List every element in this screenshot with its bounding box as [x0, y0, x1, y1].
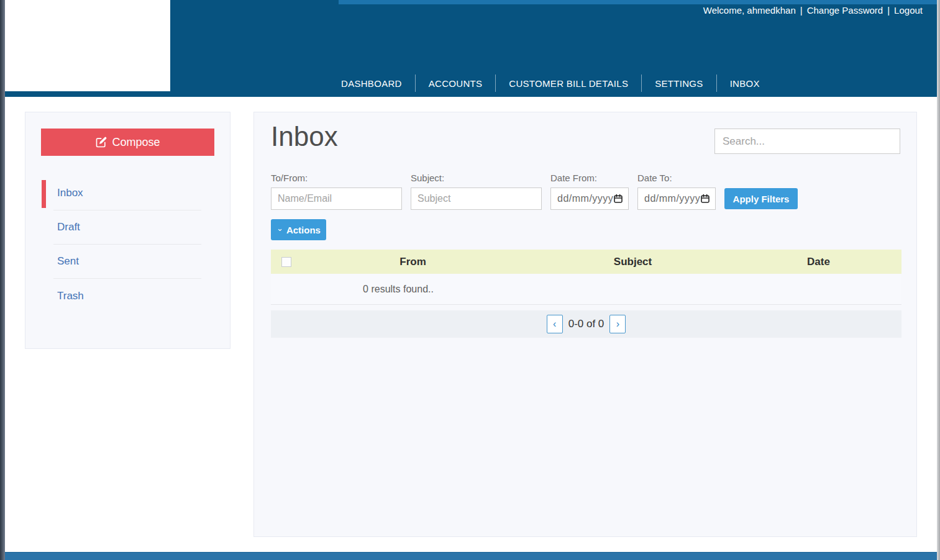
user-bar: Welcome, ahmedkhan | Change Password | L… [703, 5, 923, 16]
filter-date-to: Date To: dd/mm/yyyy [637, 173, 716, 210]
compose-button[interactable]: Compose [41, 129, 214, 156]
welcome-text: Welcome, ahmedkhan [703, 5, 796, 16]
filter-row: To/From: Subject: Date From: dd/mm/yyyy … [271, 173, 798, 210]
calendar-icon[interactable] [613, 194, 623, 204]
calendar-icon[interactable] [700, 194, 710, 204]
select-all-checkbox[interactable] [281, 257, 291, 267]
sidebar-item-inbox[interactable]: Inbox [53, 176, 201, 210]
header: Welcome, ahmedkhan | Change Password | L… [0, 0, 940, 97]
logo-placeholder [5, 0, 170, 91]
table-header-row: From Subject Date [271, 250, 901, 274]
column-header-subject: Subject [530, 256, 736, 268]
window-right-edge [937, 0, 940, 560]
user-bar-separator: | [887, 5, 890, 16]
main-nav: DASHBOARD ACCOUNTS CUSTOMER BILL DETAILS… [328, 72, 773, 94]
nav-item-dashboard[interactable]: DASHBOARD [328, 78, 415, 89]
column-header-date: Date [736, 256, 901, 268]
apply-filters-button[interactable]: Apply Filters [724, 188, 798, 209]
next-page-button[interactable]: › [609, 315, 626, 333]
date-from-label: Date From: [550, 173, 629, 183]
compose-button-label: Compose [112, 136, 160, 149]
pagination-range-label: 0-0 of 0 [568, 318, 605, 330]
empty-results-message: 0 results found.. [271, 284, 526, 295]
nav-item-customer-bill-details[interactable]: CUSTOMER BILL DETAILS [496, 78, 641, 89]
inbox-table: From Subject Date 0 results found.. [271, 250, 901, 305]
actions-button-label: Actions [286, 225, 321, 235]
mail-folders: Inbox Draft Sent Trash [25, 176, 230, 313]
search-input[interactable] [714, 129, 900, 154]
user-bar-separator: | [800, 5, 803, 16]
mail-sidebar: Compose Inbox Draft Sent Trash [25, 112, 230, 349]
column-header-from: From [296, 256, 530, 268]
sidebar-item-label: Inbox [57, 187, 83, 199]
pen-to-square-icon [95, 136, 107, 148]
sidebar-item-label: Sent [57, 255, 79, 268]
chevron-right-icon: › [616, 318, 619, 330]
sidebar-item-draft[interactable]: Draft [53, 210, 201, 245]
date-to-label: Date To: [637, 173, 716, 183]
to-from-label: To/From: [271, 173, 402, 183]
subject-label: Subject: [411, 173, 542, 183]
date-from-value: dd/mm/yyyy [557, 193, 613, 204]
actions-dropdown-button[interactable]: ⌄ Actions [271, 219, 326, 240]
filter-subject: Subject: [411, 173, 542, 210]
previous-page-button[interactable]: ‹ [547, 315, 563, 333]
footer-bar [0, 552, 940, 560]
nav-item-settings[interactable]: SETTINGS [642, 78, 716, 89]
change-password-link[interactable]: Change Password [807, 5, 883, 16]
sidebar-item-label: Draft [57, 221, 80, 233]
pagination-bar: ‹ 0-0 of 0 › [271, 310, 901, 338]
chevron-down-icon: ⌄ [276, 225, 283, 232]
logout-link[interactable]: Logout [894, 5, 923, 16]
nav-item-accounts[interactable]: ACCOUNTS [416, 78, 496, 89]
window-left-edge [0, 0, 5, 560]
table-empty-row: 0 results found.. [271, 274, 901, 305]
inbox-panel: Inbox To/From: Subject: Date From: dd/mm… [253, 112, 917, 537]
date-to-value: dd/mm/yyyy [644, 193, 700, 204]
date-to-input[interactable]: dd/mm/yyyy [637, 187, 716, 210]
subject-input[interactable] [411, 187, 542, 210]
header-accent-bar [339, 0, 937, 4]
nav-item-inbox[interactable]: INBOX [717, 78, 773, 89]
filter-date-from: Date From: dd/mm/yyyy [550, 173, 629, 210]
to-from-input[interactable] [271, 187, 402, 210]
sidebar-item-trash[interactable]: Trash [53, 279, 201, 313]
sidebar-item-label: Trash [57, 290, 84, 302]
date-from-input[interactable]: dd/mm/yyyy [550, 187, 629, 210]
chevron-left-icon: ‹ [553, 318, 556, 330]
filter-to-from: To/From: [271, 173, 402, 210]
select-all-cell [271, 257, 296, 267]
page-title: Inbox [271, 121, 338, 152]
sidebar-item-sent[interactable]: Sent [53, 245, 201, 279]
